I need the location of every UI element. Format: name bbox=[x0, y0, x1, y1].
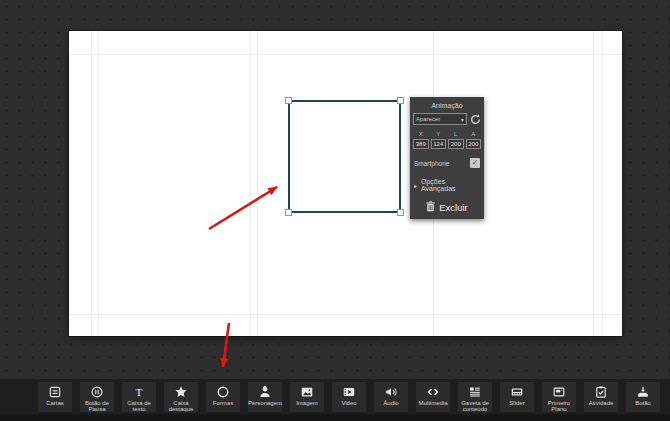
toolbar-button-label: Áudio bbox=[383, 400, 398, 406]
guide-line-horizontal bbox=[69, 314, 622, 315]
width-input[interactable]: 200 bbox=[448, 139, 464, 149]
toolbar-button-label: Imagem bbox=[296, 400, 318, 406]
toolbar-button-video[interactable]: Video bbox=[332, 382, 366, 412]
animation-dropdown-value: Aparecer bbox=[416, 116, 440, 122]
x-input[interactable]: 389 bbox=[413, 139, 429, 149]
x-label: X bbox=[413, 131, 429, 137]
toolbar-button-cartas[interactable]: Cartas bbox=[38, 382, 72, 412]
animation-dropdown[interactable]: Aparecer ▾ bbox=[413, 113, 467, 125]
properties-panel: Animação Aparecer ▾ X 389 Y 124 L 200 A … bbox=[410, 97, 484, 219]
character-icon bbox=[258, 384, 272, 399]
toolbar-button-label: Gaveta de conteúdo bbox=[458, 400, 492, 412]
guide-line-vertical bbox=[602, 31, 603, 336]
toolbar-button-personagem[interactable]: Personagem bbox=[248, 382, 282, 412]
guide-line-vertical bbox=[257, 31, 258, 336]
advanced-options-toggle[interactable]: ▸ Opções Avançadas bbox=[413, 178, 481, 192]
toolbar-button-botao[interactable]: Botão bbox=[626, 382, 660, 412]
toolbar-button-label: Multimedia bbox=[418, 400, 447, 406]
toolbar-button-label: Atividade bbox=[589, 400, 614, 406]
guide-line-horizontal bbox=[69, 54, 622, 55]
toolbar-button-label: Video bbox=[341, 400, 356, 406]
toolbar-button-primeiro-plano[interactable]: Primeiro Plano bbox=[542, 382, 576, 412]
height-input[interactable]: 200 bbox=[466, 139, 482, 149]
toolbar-button-formas[interactable]: Formas bbox=[206, 382, 240, 412]
delete-button[interactable]: Excluir bbox=[413, 199, 481, 215]
animation-row: Aparecer ▾ bbox=[413, 113, 481, 125]
advanced-options-label: Opções Avançadas bbox=[421, 178, 480, 192]
toolbar-button-label: Caixa de texto bbox=[122, 400, 156, 412]
multimedia-icon bbox=[426, 384, 440, 399]
width-label: L bbox=[448, 131, 464, 137]
toolbar-button-botao-de-pausa[interactable]: Botão de Pausa bbox=[80, 382, 114, 412]
audio-icon bbox=[384, 384, 398, 399]
guide-line-vertical bbox=[250, 31, 251, 336]
smartphone-checkbox[interactable]: ✓ bbox=[470, 158, 480, 168]
toolbar-button-multimedia[interactable]: Multimedia bbox=[416, 382, 450, 412]
panel-title: Animação bbox=[413, 100, 481, 113]
video-icon bbox=[342, 384, 356, 399]
guide-line-vertical bbox=[98, 31, 99, 336]
toolbar-button-caixa-destaque[interactable]: Caixa destaque bbox=[164, 382, 198, 412]
svg-text:T: T bbox=[136, 385, 143, 397]
refresh-icon[interactable] bbox=[470, 114, 481, 125]
y-input[interactable]: 124 bbox=[431, 139, 447, 149]
text-box-icon: T bbox=[132, 384, 146, 399]
toolbar-button-slider[interactable]: Slider bbox=[500, 382, 534, 412]
image-icon bbox=[300, 384, 314, 399]
toolbar-button-caixa-de-texto[interactable]: T Caixa de texto bbox=[122, 382, 156, 412]
toolbar-button-imagem[interactable]: Imagem bbox=[290, 382, 324, 412]
smartphone-label: Smartphone bbox=[414, 160, 449, 167]
delete-button-label: Excluir bbox=[439, 202, 468, 213]
toolbar-button-label: Formas bbox=[213, 400, 233, 406]
bottom-toolbar: Cartas Botão de Pausa T Caixa de texto C… bbox=[0, 379, 670, 421]
button-icon bbox=[636, 384, 650, 399]
toolbar-button-gaveta-de-conteudo[interactable]: Gaveta de conteúdo bbox=[458, 382, 492, 412]
position-size-fields: X 389 Y 124 L 200 A 200 bbox=[413, 131, 481, 149]
resize-handle-nw[interactable] bbox=[285, 97, 292, 104]
guide-line-vertical bbox=[91, 31, 92, 336]
toolbar-button-label: Botão de Pausa bbox=[80, 400, 114, 412]
resize-handle-sw[interactable] bbox=[285, 209, 292, 216]
advanced-arrow-icon: ▸ bbox=[414, 182, 417, 189]
chevron-down-icon: ▾ bbox=[461, 116, 464, 123]
activity-icon bbox=[594, 384, 608, 399]
toolbar-button-label: Botão bbox=[635, 400, 651, 406]
y-label: Y bbox=[431, 131, 447, 137]
highlight-box-icon bbox=[174, 384, 188, 399]
shapes-icon bbox=[216, 384, 230, 399]
pause-button-icon bbox=[90, 384, 104, 399]
selected-shape-square[interactable] bbox=[288, 100, 401, 213]
smartphone-row: Smartphone ✓ bbox=[413, 158, 481, 168]
resize-handle-ne[interactable] bbox=[397, 97, 404, 104]
guide-line-vertical bbox=[593, 31, 594, 336]
resize-handle-se[interactable] bbox=[397, 209, 404, 216]
toolbar-button-label: Slider bbox=[509, 400, 524, 406]
slide-canvas[interactable] bbox=[69, 31, 622, 336]
foreground-icon bbox=[552, 384, 566, 399]
toolbar-button-label: Personagem bbox=[248, 400, 282, 406]
trash-icon bbox=[426, 201, 435, 214]
toolbar-button-atividade[interactable]: Atividade bbox=[584, 382, 618, 412]
slider-icon bbox=[510, 384, 524, 399]
height-label: A bbox=[466, 131, 482, 137]
toolbar-button-audio[interactable]: Áudio bbox=[374, 382, 408, 412]
toolbar-button-label: Caixa destaque bbox=[164, 400, 198, 412]
toolbar-button-label: Cartas bbox=[46, 400, 64, 406]
content-drawer-icon bbox=[468, 384, 482, 399]
toolbar-button-label: Primeiro Plano bbox=[542, 400, 576, 412]
cards-icon bbox=[48, 384, 62, 399]
